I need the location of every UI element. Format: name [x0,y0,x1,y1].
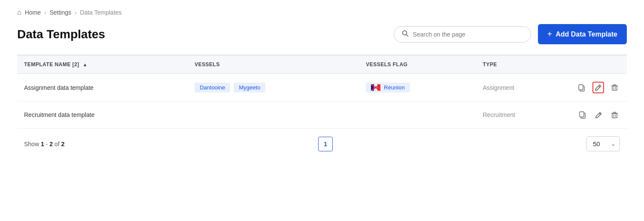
type-label-2: Recruitment [483,111,515,118]
pagination-info: Show 1 - 2 of 2 [24,141,64,147]
table-row: Recruitment data template Recruitment [17,101,627,129]
table-header-row: TEMPLATE NAME [2] ▲ VESSELS VESSELS FLAG… [17,55,627,74]
search-icon [402,30,409,39]
edit-button-2[interactable] [593,110,604,120]
search-input[interactable] [413,31,523,38]
header-row: Data Templates + Add Data Template [17,24,627,44]
home-icon: ⌂ [17,9,21,16]
col-template-name-label: TEMPLATE NAME [2] [24,61,79,68]
plus-icon: + [547,29,553,39]
breadcrumb-separator-1: › [44,9,46,16]
copy-button-1[interactable] [576,82,587,93]
vessel-tags-1: Dantooine Mygeeto [194,83,352,92]
cell-actions-2 [569,101,627,129]
svg-line-9 [599,86,600,87]
dash-separator: - [46,141,50,147]
delete-button-1[interactable] [609,82,620,93]
copy-button-2[interactable] [577,109,588,120]
svg-rect-17 [612,114,617,118]
per-page-select[interactable]: 10 25 50 100 [586,136,620,151]
cell-vessels-flag-2 [359,101,476,129]
pagination-row: Show 1 - 2 of 2 1 10 25 50 100 ⌄ [17,129,627,153]
search-box [394,26,531,43]
data-table: TEMPLATE NAME [2] ▲ VESSELS VESSELS FLAG… [17,55,627,129]
action-cell-1 [576,82,620,93]
breadcrumb-settings-link[interactable]: Settings [49,9,71,16]
reunion-flag-icon [371,84,380,91]
table-row: Assignment data template Dantooine Mygee… [17,74,627,101]
col-template-name[interactable]: TEMPLATE NAME [2] ▲ [17,55,188,74]
header-actions: + Add Data Template [394,24,627,44]
sort-asc-icon: ▲ [82,62,87,67]
per-page-wrapper: 10 25 50 100 ⌄ [586,136,620,151]
template-name-1: Assignment data template [24,84,94,91]
svg-rect-15 [580,112,584,117]
range-start: 1 [41,141,44,147]
col-vessels-flag-label: VESSELS FLAG [366,61,407,68]
template-name-2: Recruitment data template [24,111,94,118]
col-type: TYPE [476,55,569,74]
add-data-template-button[interactable]: + Add Data Template [538,24,627,44]
cell-vessels-flag-1: Réunion [359,74,476,101]
flag-tag-reunion: Réunion [366,83,410,92]
table-body: Assignment data template Dantooine Mygee… [17,74,627,129]
of-label: of [55,141,61,147]
cell-vessels-1: Dantooine Mygeeto [188,74,359,101]
cell-template-name-2: Recruitment data template [17,101,188,129]
vessel-tag-mygeeto: Mygeeto [234,83,265,92]
breadcrumb-separator-2: › [75,9,76,16]
vessel-tag-dantooine: Dantooine [194,83,230,92]
page-button-1[interactable]: 1 [318,137,333,151]
svg-line-16 [599,113,601,114]
total-count: 2 [61,141,64,147]
page-title: Data Templates [17,28,105,41]
range-end: 2 [49,141,53,147]
col-type-label: TYPE [483,61,497,68]
cell-type-2: Recruitment [476,101,569,129]
delete-button-2[interactable] [609,110,620,120]
cell-vessels-2 [188,101,359,129]
flag-label-reunion: Réunion [384,84,404,91]
type-label-1: Assignment [483,84,514,91]
cell-type-1: Assignment [476,74,569,101]
svg-rect-10 [612,86,617,90]
breadcrumb-home-link[interactable]: Home [25,9,41,16]
svg-line-1 [406,34,408,36]
add-button-label: Add Data Template [556,31,617,38]
cell-actions-1 [569,74,627,101]
breadcrumb: ⌂ Home › Settings › Data Templates [17,9,627,16]
col-vessels-flag: VESSELS FLAG [359,55,476,74]
cell-template-name-1: Assignment data template [17,74,188,101]
table-header: TEMPLATE NAME [2] ▲ VESSELS VESSELS FLAG… [17,55,627,74]
show-label: Show [24,141,39,147]
col-actions [569,55,627,74]
edit-button-1[interactable] [592,82,604,93]
col-vessels-label: VESSELS [194,61,220,68]
breadcrumb-current: Data Templates [80,9,122,16]
pagination-pages: 1 [318,137,333,151]
action-cell-2 [576,109,620,120]
svg-rect-8 [579,85,583,90]
col-vessels: VESSELS [188,55,359,74]
page-wrapper: ⌂ Home › Settings › Data Templates Data … [0,0,644,162]
